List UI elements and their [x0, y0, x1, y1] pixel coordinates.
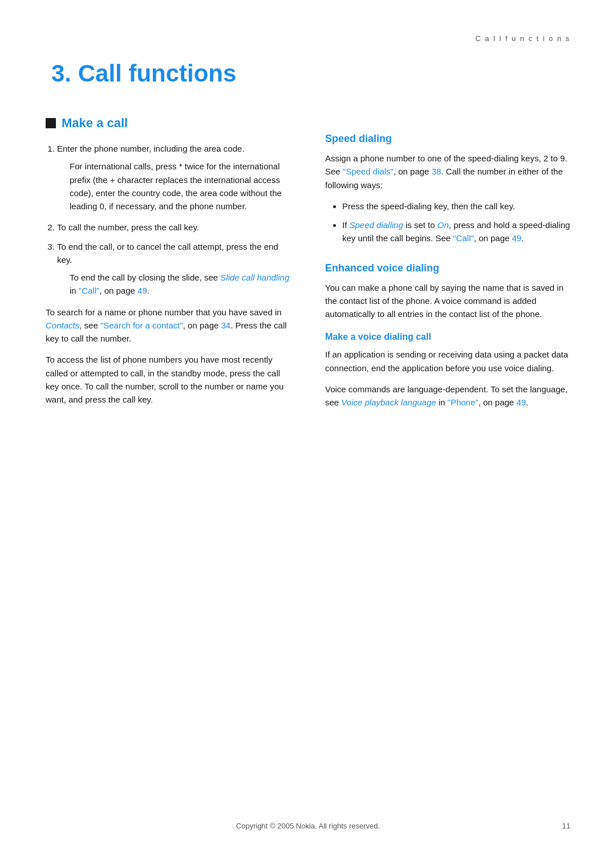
- page-header: C a l l f u n c t i o n s: [46, 34, 570, 43]
- page-49-link-2[interactable]: 49: [512, 233, 522, 243]
- step-3-text: To end the call, or to cancel the call a…: [57, 242, 278, 265]
- make-a-call-para2: To access the list of phone numbers you …: [46, 353, 291, 406]
- bullet-2: If Speed dialling is set to On, press an…: [342, 218, 570, 245]
- bullet-2-text: If Speed dialling is set to On, press an…: [342, 220, 570, 243]
- page-38-link[interactable]: 38: [432, 166, 441, 176]
- speed-dialing-intro: Assign a phone number to one of the spee…: [325, 152, 570, 192]
- voice-dialing-para1: If an application is sending or receivin…: [325, 348, 570, 375]
- step-3: To end the call, or to cancel the call a…: [57, 240, 291, 298]
- page-footer: Copyright © 2005 Nokia. All rights reser…: [0, 822, 616, 830]
- heading-square-icon: [46, 118, 56, 128]
- speed-dialing-heading: Speed dialing: [325, 133, 570, 145]
- slide-call-handling-link[interactable]: Slide call handling: [220, 273, 289, 282]
- header-label: C a l l f u n c t i o n s: [475, 34, 570, 43]
- page-34-link[interactable]: 34: [221, 320, 231, 330]
- step-1-text: Enter the phone number, including the ar…: [57, 144, 245, 153]
- footer-copyright: Copyright © 2005 Nokia. All rights reser…: [46, 822, 570, 830]
- make-a-call-para1: To search for a name or phone number tha…: [46, 306, 291, 346]
- on-link[interactable]: On: [437, 220, 449, 230]
- call-link-2[interactable]: "Call": [453, 233, 474, 243]
- page-49-link-1[interactable]: 49: [137, 286, 147, 295]
- call-link-1[interactable]: "Call": [79, 286, 100, 295]
- speed-dialing-bullets: Press the speed-dialing key, then the ca…: [325, 200, 570, 245]
- bullet-1-text: Press the speed-dialing key, then the ca…: [342, 201, 515, 211]
- make-a-call-steps: Enter the phone number, including the ar…: [46, 142, 291, 298]
- voice-playback-language-link[interactable]: Voice playback language: [341, 397, 436, 407]
- phone-link[interactable]: "Phone": [448, 397, 479, 407]
- page-container: C a l l f u n c t i o n s 3. Call functi…: [0, 0, 616, 853]
- contacts-link[interactable]: Contacts: [46, 320, 79, 330]
- footer-page-number: 11: [562, 822, 570, 830]
- speed-dials-link[interactable]: "Speed dials": [343, 166, 394, 176]
- step-2-text: To call the number, press the call key.: [57, 222, 199, 232]
- step-1: Enter the phone number, including the ar…: [57, 142, 291, 213]
- chapter-title: 3. Call functions: [51, 60, 570, 87]
- enhanced-voice-dialing-para: You can make a phone call by saying the …: [325, 281, 570, 321]
- left-column: Make a call Enter the phone number, incl…: [46, 116, 291, 414]
- step-3-note: To end the call by closing the slide, se…: [70, 271, 291, 298]
- page-49-link-3[interactable]: 49: [516, 397, 526, 407]
- make-a-call-label: Make a call: [62, 116, 128, 131]
- right-column: Speed dialing Assign a phone number to o…: [325, 116, 570, 417]
- two-column-layout: Make a call Enter the phone number, incl…: [46, 116, 570, 417]
- step-1-note: For international calls, press * twice f…: [70, 160, 291, 213]
- make-a-call-heading: Make a call: [46, 116, 291, 131]
- make-voice-dialing-call-heading: Make a voice dialing call: [325, 332, 570, 342]
- enhanced-voice-dialing-heading: Enhanced voice dialing: [325, 262, 570, 274]
- step-2: To call the number, press the call key.: [57, 221, 291, 234]
- bullet-1: Press the speed-dialing key, then the ca…: [342, 200, 570, 213]
- search-for-contact-link[interactable]: "Search for a contact": [100, 320, 183, 330]
- speed-dialling-link[interactable]: Speed dialling: [350, 220, 403, 230]
- voice-dialing-para2: Voice commands are language-dependent. T…: [325, 383, 570, 409]
